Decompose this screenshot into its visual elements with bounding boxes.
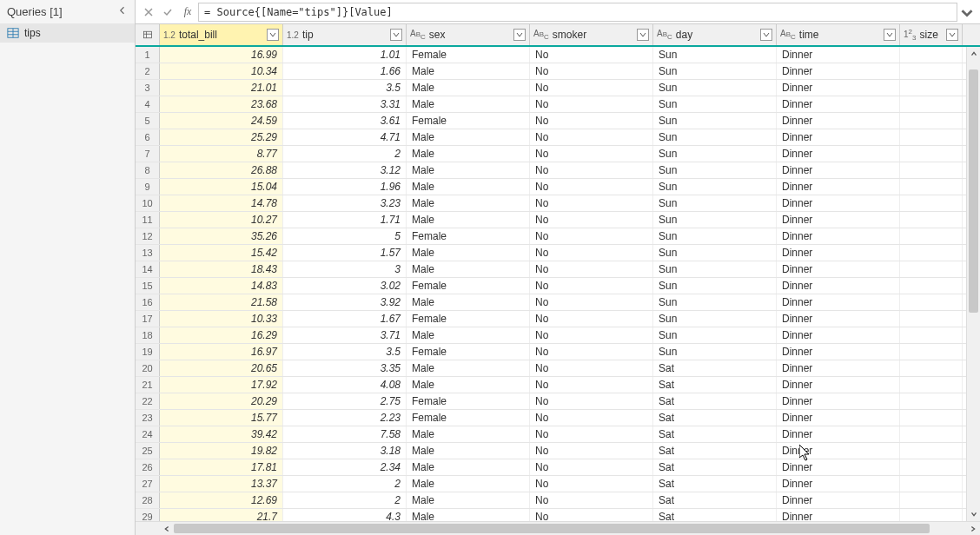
cell-tip[interactable]: 2: [283, 476, 407, 492]
cell-total_bill[interactable]: 21.7: [160, 509, 283, 521]
formula-input[interactable]: = Source{[Name="tips"]}[Value]: [198, 3, 957, 22]
cell-day[interactable]: Sun: [653, 261, 777, 277]
cell-total_bill[interactable]: 19.82: [160, 443, 283, 459]
cell-sex[interactable]: Male: [407, 443, 530, 459]
cell-tip[interactable]: 1.01: [283, 47, 407, 63]
cell-day[interactable]: Sun: [653, 96, 777, 112]
cell-sex[interactable]: Male: [407, 476, 530, 492]
cell-day[interactable]: Sun: [653, 245, 777, 261]
cell-time[interactable]: Dinner: [777, 261, 900, 277]
row-number[interactable]: 11: [136, 212, 160, 228]
cell-sex[interactable]: Female: [407, 393, 530, 409]
table-row[interactable]: 2220.292.75FemaleNoSatDinner: [136, 393, 966, 410]
cell-smoker[interactable]: No: [530, 294, 653, 310]
cell-time[interactable]: Dinner: [777, 492, 900, 508]
cell-time[interactable]: Dinner: [777, 327, 900, 343]
cell-total_bill[interactable]: 15.04: [160, 179, 283, 195]
column-header-time[interactable]: ABCtime: [777, 24, 900, 45]
cell-sex[interactable]: Female: [407, 278, 530, 294]
cell-smoker[interactable]: No: [530, 47, 653, 63]
cell-sex[interactable]: Female: [407, 311, 530, 327]
cell-tip[interactable]: 4.08: [283, 377, 407, 393]
cell-size[interactable]: [900, 245, 963, 261]
cell-sex[interactable]: Male: [407, 377, 530, 393]
cell-time[interactable]: Dinner: [777, 47, 900, 63]
scroll-left-arrow-icon[interactable]: [160, 525, 174, 533]
cell-total_bill[interactable]: 13.37: [160, 476, 283, 492]
cell-day[interactable]: Sat: [653, 393, 777, 409]
cell-tip[interactable]: 3.23: [283, 195, 407, 211]
cell-sex[interactable]: Male: [407, 492, 530, 508]
cell-total_bill[interactable]: 16.97: [160, 344, 283, 360]
cell-total_bill[interactable]: 10.27: [160, 212, 283, 228]
cell-tip[interactable]: 3.92: [283, 294, 407, 310]
cell-size[interactable]: [900, 96, 963, 112]
cell-total_bill[interactable]: 24.59: [160, 113, 283, 129]
cell-smoker[interactable]: No: [530, 278, 653, 294]
table-row[interactable]: 1418.433MaleNoSunDinner: [136, 261, 966, 278]
cell-tip[interactable]: 3.18: [283, 443, 407, 459]
cell-size[interactable]: [900, 410, 963, 426]
cell-tip[interactable]: 3.71: [283, 327, 407, 343]
cell-total_bill[interactable]: 10.34: [160, 63, 283, 79]
cell-total_bill[interactable]: 20.65: [160, 360, 283, 376]
cell-time[interactable]: Dinner: [777, 278, 900, 294]
row-number[interactable]: 19: [136, 344, 160, 360]
cell-total_bill[interactable]: 15.42: [160, 245, 283, 261]
cell-size[interactable]: [900, 377, 963, 393]
cell-smoker[interactable]: No: [530, 311, 653, 327]
cell-time[interactable]: Dinner: [777, 80, 900, 96]
cell-smoker[interactable]: No: [530, 393, 653, 409]
column-filter-button[interactable]: [390, 29, 402, 41]
cell-smoker[interactable]: No: [530, 162, 653, 178]
cell-day[interactable]: Sun: [653, 80, 777, 96]
cell-time[interactable]: Dinner: [777, 129, 900, 145]
cell-size[interactable]: [900, 179, 963, 195]
cell-tip[interactable]: 4.71: [283, 129, 407, 145]
cell-day[interactable]: Sun: [653, 113, 777, 129]
cell-sex[interactable]: Male: [407, 80, 530, 96]
cell-smoker[interactable]: No: [530, 327, 653, 343]
cell-day[interactable]: Sun: [653, 63, 777, 79]
commit-formula-button[interactable]: [158, 3, 177, 22]
cell-tip[interactable]: 3.35: [283, 360, 407, 376]
cell-smoker[interactable]: No: [530, 344, 653, 360]
cell-smoker[interactable]: No: [530, 80, 653, 96]
cell-sex[interactable]: Male: [407, 327, 530, 343]
cell-size[interactable]: [900, 360, 963, 376]
table-row[interactable]: 2315.772.23FemaleNoSatDinner: [136, 410, 966, 426]
table-row[interactable]: 2713.372MaleNoSatDinner: [136, 476, 966, 492]
cell-size[interactable]: [900, 212, 963, 228]
row-number[interactable]: 22: [136, 393, 160, 409]
cell-time[interactable]: Dinner: [777, 162, 900, 178]
cell-time[interactable]: Dinner: [777, 443, 900, 459]
row-number[interactable]: 8: [136, 162, 160, 178]
cell-sex[interactable]: Male: [407, 426, 530, 442]
cell-size[interactable]: [900, 195, 963, 211]
cancel-formula-button[interactable]: [139, 3, 158, 22]
cell-tip[interactable]: 1.57: [283, 245, 407, 261]
cell-time[interactable]: Dinner: [777, 212, 900, 228]
table-row[interactable]: 1235.265FemaleNoSunDinner: [136, 228, 966, 245]
row-number[interactable]: 6: [136, 129, 160, 145]
cell-day[interactable]: Sun: [653, 129, 777, 145]
scroll-up-arrow-icon[interactable]: [967, 47, 980, 61]
cell-smoker[interactable]: No: [530, 129, 653, 145]
cell-total_bill[interactable]: 8.77: [160, 146, 283, 162]
cell-smoker[interactable]: No: [530, 212, 653, 228]
row-number[interactable]: 7: [136, 146, 160, 162]
cell-total_bill[interactable]: 16.29: [160, 327, 283, 343]
row-number[interactable]: 25: [136, 443, 160, 459]
column-filter-button[interactable]: [637, 29, 649, 41]
column-filter-button[interactable]: [884, 29, 896, 41]
cell-time[interactable]: Dinner: [777, 63, 900, 79]
row-number[interactable]: 23: [136, 410, 160, 426]
cell-size[interactable]: [900, 228, 963, 244]
row-number[interactable]: 4: [136, 96, 160, 112]
cell-size[interactable]: [900, 129, 963, 145]
cell-smoker[interactable]: No: [530, 509, 653, 521]
cell-tip[interactable]: 1.66: [283, 63, 407, 79]
scroll-right-arrow-icon[interactable]: [966, 525, 980, 533]
cell-day[interactable]: Sun: [653, 146, 777, 162]
cell-total_bill[interactable]: 14.83: [160, 278, 283, 294]
